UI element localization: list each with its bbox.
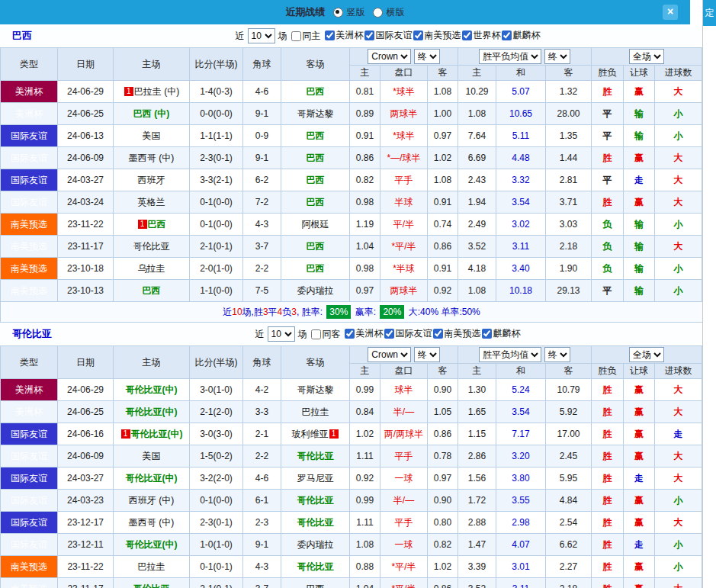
result-ah: 走 (624, 534, 655, 556)
layout-radio-vertical[interactable]: 竖版 (333, 6, 365, 19)
home-team-name: 墨西哥 (中) (129, 153, 174, 163)
ah-handicap: *平/半 (380, 578, 428, 588)
result-ah: 输 (624, 258, 655, 280)
ah-handicap: 平手 (380, 169, 428, 191)
competition-checkbox[interactable] (325, 31, 335, 40)
odds-final-select[interactable]: 终 (414, 49, 440, 64)
competition-filter[interactable]: 世界杯 (461, 29, 501, 42)
competition-filter[interactable]: 麒麟杯 (501, 29, 541, 42)
result-wdl: 胜 (592, 556, 624, 578)
same-venue-filter[interactable]: 同主 (291, 30, 321, 43)
ah-home-odds: 0.81 (350, 81, 380, 103)
home-team: 1巴拉圭 (中) (114, 81, 190, 103)
odds-win: 3.52 (458, 236, 496, 258)
horizontal-radio-icon[interactable] (373, 8, 383, 18)
competition-filter[interactable]: 美洲杯 (324, 29, 364, 42)
match-date: 23-11-17 (58, 578, 114, 588)
competition-filter[interactable]: 麒麟杯 (481, 327, 521, 340)
match-score: 1-5(0-2) (190, 445, 243, 468)
scope-select[interactable]: 全场 (629, 49, 664, 64)
ah-home-odds: 0.92 (350, 468, 380, 490)
odds-draw: 5.11 (496, 125, 546, 147)
match-corners: 4-3 (243, 214, 281, 236)
same-venue-checkbox[interactable] (311, 329, 321, 339)
ah-home-odds: 0.91 (350, 125, 380, 147)
match-row: 国际友谊24-03-23西班牙 (中)0-1(0-0)6-1哥伦比亚0.99半/… (1, 490, 702, 512)
competition-checkbox[interactable] (502, 31, 512, 40)
odds-draw: 2.98 (496, 512, 546, 534)
scope-select[interactable]: 全场 (629, 347, 664, 362)
ah-away-odds: 0.97 (428, 468, 458, 490)
result-ah: 赢 (624, 147, 655, 169)
col-header-score: 比分(半场) (190, 346, 243, 379)
result-wdl: 胜 (592, 147, 624, 169)
match-corners: 4-3 (243, 556, 281, 578)
ah-home-odds: 1.11 (350, 445, 380, 468)
result-ah: 赢 (624, 423, 655, 445)
wdl-avg-select[interactable]: 胜平负均值 (479, 347, 541, 362)
match-date: 24-06-29 (58, 81, 114, 103)
odds-source-select[interactable]: Crown (368, 347, 411, 362)
competition-filter[interactable]: 美洲杯 (344, 327, 384, 340)
competition-checkbox[interactable] (384, 329, 394, 339)
match-row: 国际友谊23-12-17墨西哥 (中)2-3(0-1)2-3哥伦比亚1.11平手… (1, 512, 702, 534)
away-team: 委内瑞拉 (281, 534, 350, 556)
wdl-avg-select[interactable]: 胜平负均值 (479, 49, 541, 64)
vertical-radio-label: 竖版 (347, 6, 365, 19)
odds-win: 1.94 (458, 191, 496, 214)
competition-filter[interactable]: 国际友谊 (384, 327, 432, 340)
competition-checkbox[interactable] (462, 31, 472, 40)
competition-checkbox[interactable] (433, 329, 443, 339)
odds-final-select[interactable]: 终 (414, 347, 440, 362)
result-ah: 赢 (624, 490, 655, 512)
away-team: 巴西 (281, 169, 350, 191)
layout-radio-horizontal[interactable]: 横版 (373, 6, 405, 19)
home-team: 哥伦比亚 (114, 578, 190, 588)
ah-away-odds: 0.82 (428, 534, 458, 556)
odds-source-select[interactable]: Crown (368, 49, 411, 64)
competition-filter[interactable]: 南美预选 (413, 29, 461, 42)
competition-filter[interactable]: 南美预选 (432, 327, 481, 340)
wdl-final-select[interactable]: 终 (544, 49, 570, 64)
competition-filter[interactable]: 国际友谊 (364, 29, 413, 42)
match-corners: 7-5 (243, 280, 281, 302)
near-count-select[interactable]: 10 (248, 28, 275, 43)
summary-text: 胜率: (299, 307, 325, 317)
result-ah: 赢 (624, 578, 655, 588)
ah-away-odds: 1.08 (428, 169, 458, 191)
ah-handicap: 平/半 (380, 214, 428, 236)
away-team-name: 罗马尼亚 (297, 473, 334, 484)
match-score: 2-3(0-1) (190, 147, 243, 169)
match-date: 23-11-22 (58, 214, 114, 236)
wdl-final-select[interactable]: 终 (544, 347, 570, 362)
match-score: 3-3(2-1) (190, 169, 243, 191)
near-count-select[interactable]: 10 (268, 326, 295, 342)
same-venue-checkbox[interactable] (291, 31, 301, 41)
ah-handicap: 一球 (380, 468, 428, 490)
competition-filters: 美洲杯国际友谊南美预选麒麟杯 (344, 327, 521, 341)
result-wdl: 胜 (592, 81, 624, 103)
competition-checkbox[interactable] (345, 329, 355, 339)
result-goals: 大 (655, 81, 702, 103)
wdl-group-header: 胜平负均值 终 (458, 346, 592, 364)
odds-win: 1.08 (458, 103, 496, 125)
away-team-name: 哥伦比亚 (297, 561, 334, 572)
competition-checkbox[interactable] (413, 31, 423, 40)
close-icon[interactable]: × (663, 5, 678, 20)
col-header-home: 主场 (114, 346, 190, 379)
odds-lose: 28.00 (546, 103, 592, 125)
competition-checkbox[interactable] (364, 31, 374, 40)
ah-home-odds: 0.98 (350, 191, 380, 214)
ah-away-odds: 0.97 (428, 125, 458, 147)
background-window-header: 定 (703, 0, 716, 26)
match-type: 南美预选 (1, 556, 58, 578)
match-type: 南美预选 (1, 214, 58, 236)
match-date: 23-10-13 (58, 280, 114, 302)
competition-checkbox[interactable] (482, 329, 492, 339)
vertical-radio-icon[interactable] (333, 8, 343, 18)
red-card-badge: 1 (329, 429, 339, 439)
result-goals: 小 (655, 534, 702, 556)
same-venue-filter[interactable]: 同客 (310, 328, 341, 341)
ah-home-odds: 1.02 (350, 423, 380, 445)
odds-lose: 5.92 (546, 401, 592, 423)
